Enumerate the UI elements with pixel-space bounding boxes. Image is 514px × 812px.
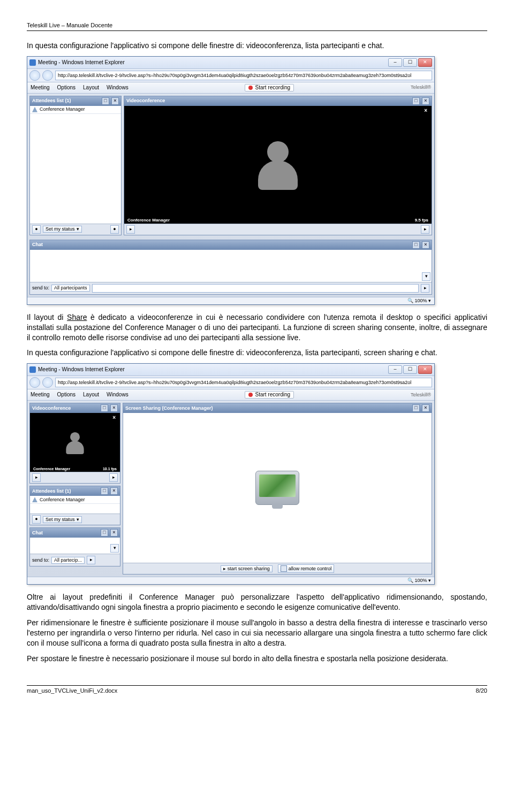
paragraph-1: In questa configurazione l'applicativo s…	[27, 41, 487, 51]
chat-panel-header[interactable]: Chat □ ×	[30, 240, 432, 250]
start-screen-sharing-button[interactable]: ▸start screen sharing	[221, 565, 273, 572]
attendees-status-bar: ● Set my status▾	[30, 514, 120, 525]
screenshot-1: Meeting - Windows Internet Explorer – ☐ …	[27, 56, 487, 305]
chat-target-select[interactable]: All partecipants	[51, 285, 90, 292]
zoom-value: 100%	[414, 578, 427, 583]
menu-meeting[interactable]: Meeting	[31, 392, 50, 397]
chat-send-button[interactable]: ▸	[87, 556, 95, 564]
video-name-label: Conference Manager	[33, 467, 70, 471]
brand-label: Teleskill®	[411, 85, 431, 90]
minimize-button[interactable]: –	[388, 365, 402, 374]
chat-panel: Chat □ × ▾ send to: All partecip... ▸	[29, 527, 120, 566]
menu-meeting[interactable]: Meeting	[31, 85, 50, 90]
chat-send-row: send to: All partecip... ▸	[30, 554, 120, 566]
record-icon	[248, 393, 253, 397]
chat-panel-header[interactable]: Chat □ ×	[30, 528, 120, 538]
zoom-label[interactable]: 🔍 100% ▾	[407, 578, 431, 583]
back-button[interactable]	[29, 377, 40, 388]
status-label: Set my status	[46, 517, 75, 522]
close-button[interactable]: ✕	[418, 365, 432, 374]
status-icon[interactable]: ●	[32, 515, 41, 524]
panel-maximize-icon[interactable]: □	[102, 97, 109, 105]
share-link: Share	[67, 313, 87, 321]
maximize-button[interactable]: ☐	[403, 58, 417, 67]
chat-scroll-down-icon[interactable]: ▾	[110, 544, 119, 553]
start-recording-button[interactable]: Start recording	[245, 84, 294, 91]
allow-remote-control-button[interactable]: allow remote control	[278, 564, 335, 573]
attendees-panel-header[interactable]: Attendees list (1) □ ×	[30, 96, 121, 106]
video-opt-button[interactable]: ▸	[109, 473, 118, 482]
address-bar-row: http://asp.teleskill.it/tvclive-2-9/tvcl…	[27, 69, 434, 82]
set-my-status-button[interactable]: Set my status▾	[43, 516, 82, 523]
ie-icon	[29, 366, 36, 373]
attendee-row[interactable]: Conference Manager	[30, 106, 121, 114]
sharing-control-bar: ▸start screen sharing allow remote contr…	[123, 563, 432, 574]
menu-layout[interactable]: Layout	[83, 392, 99, 397]
set-my-status-button[interactable]: Set my status▾	[43, 226, 82, 233]
video-close-icon[interactable]: ×	[112, 415, 116, 420]
close-button[interactable]: ✕	[418, 58, 432, 67]
panel-maximize-icon[interactable]: □	[412, 97, 420, 105]
record-icon	[248, 86, 253, 90]
sharing-area	[123, 413, 432, 563]
panel-close-icon[interactable]: ×	[111, 97, 119, 105]
forward-button[interactable]	[42, 377, 53, 388]
panel-close-icon[interactable]: ×	[110, 404, 118, 412]
panel-close-icon[interactable]: ×	[422, 241, 429, 249]
panel-maximize-icon[interactable]: □	[101, 487, 108, 495]
video-close-icon[interactable]: ×	[424, 108, 427, 113]
menu-options[interactable]: Options	[57, 85, 75, 90]
start-recording-button[interactable]: Start recording	[245, 391, 294, 399]
panel-close-icon[interactable]: ×	[422, 97, 429, 105]
panel-maximize-icon[interactable]: □	[412, 241, 420, 249]
attendee-name: Conference Manager	[40, 107, 85, 112]
panel-maximize-icon[interactable]: □	[101, 404, 108, 412]
video-name-label: Conference Manager	[127, 218, 170, 223]
attendees-panel-header[interactable]: Attendees list (1) □ ×	[30, 486, 120, 496]
sharing-panel-header[interactable]: Screen Sharing (Conference Manager) □ ×	[123, 403, 432, 413]
panel-close-icon[interactable]: ×	[110, 529, 118, 537]
participant-avatar	[64, 431, 86, 454]
panel-close-icon[interactable]: ×	[110, 487, 118, 495]
minimize-button[interactable]: –	[388, 58, 402, 67]
videoconf-title: Videoconference	[126, 98, 410, 103]
video-play-button[interactable]: ▸	[126, 225, 135, 234]
monitor-icon	[255, 471, 299, 505]
forward-button[interactable]	[42, 70, 53, 81]
menu-windows[interactable]: Windows	[107, 392, 128, 397]
video-opt-button[interactable]: ▸	[421, 225, 429, 234]
chat-scroll-down-icon[interactable]: ▾	[422, 272, 430, 281]
footer-page-number: 8/20	[476, 687, 487, 695]
menu-windows[interactable]: Windows	[107, 85, 128, 90]
address-bar[interactable]: http://asp.teleskill.it/tvclive-2-9/tvcl…	[55, 71, 432, 80]
videoconf-panel-header[interactable]: Videoconference □ ×	[124, 96, 432, 106]
video-play-button[interactable]: ▸	[32, 473, 41, 482]
page-header: Teleskill Live – Manuale Docente	[27, 21, 487, 31]
attendees-extra-button[interactable]: ●	[110, 225, 119, 234]
attendee-row[interactable]: Conference Manager	[30, 496, 120, 504]
panel-close-icon[interactable]: ×	[422, 404, 429, 412]
chat-input[interactable]	[92, 284, 419, 293]
videoconf-panel-header[interactable]: Videoconference □ ×	[30, 403, 120, 413]
ie-icon	[29, 59, 36, 66]
address-bar-row: http://asp.teleskill.it/tvclive-2-9/tvcl…	[27, 376, 434, 389]
maximize-button[interactable]: ☐	[403, 365, 417, 374]
panel-maximize-icon[interactable]: □	[412, 404, 420, 412]
menu-layout[interactable]: Layout	[83, 85, 99, 90]
paragraph-6: Per spostare le finestre è necessario po…	[27, 654, 487, 664]
attendee-name: Conference Manager	[40, 497, 85, 502]
attendees-title: Attendees list (1)	[32, 489, 99, 494]
back-button[interactable]	[29, 70, 40, 81]
status-icon[interactable]: ●	[32, 225, 41, 234]
panel-maximize-icon[interactable]: □	[101, 529, 108, 537]
zoom-label[interactable]: 🔍 100% ▾	[407, 298, 431, 303]
start-sharing-label: start screen sharing	[228, 566, 270, 571]
chat-send-button[interactable]: ▸	[421, 284, 429, 293]
video-control-bar: ▸ ▸	[124, 224, 432, 235]
participant-avatar	[254, 139, 302, 190]
address-bar[interactable]: http://asp.teleskill.it/tvclive-2-9/tvcl…	[55, 378, 432, 387]
attendees-panel: Attendees list (1) □ × Conference Manage…	[29, 486, 120, 525]
chat-sendto-label: send to:	[32, 558, 49, 563]
chat-target-select[interactable]: All partecip...	[51, 557, 85, 564]
menu-options[interactable]: Options	[57, 392, 75, 397]
